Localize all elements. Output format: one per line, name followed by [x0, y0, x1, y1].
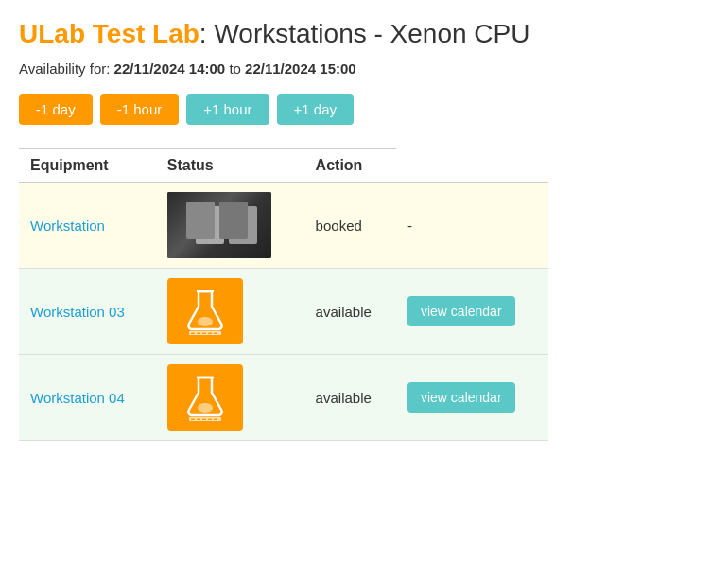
- svg-rect-3: [191, 333, 195, 335]
- col-header-equipment: Equipment: [19, 149, 156, 183]
- workstation-link[interactable]: Workstation: [30, 218, 105, 234]
- availability-label: Availability for:: [19, 61, 110, 77]
- status-available: available: [316, 304, 372, 320]
- workstation-photo: [167, 192, 271, 258]
- svg-rect-14: [208, 419, 212, 421]
- status-available: available: [316, 390, 372, 406]
- minus-hour-button[interactable]: -1 hour: [100, 94, 180, 125]
- table-row: Workstation 04: [19, 355, 548, 441]
- action-cell: -: [396, 183, 548, 269]
- equipment-cell: Workstation 04: [19, 355, 156, 441]
- equipment-cell: Workstation 03: [19, 269, 156, 355]
- availability-to-word: to: [229, 61, 241, 77]
- plus-day-button[interactable]: +1 day: [277, 94, 354, 125]
- title-rest: : Workstations - Xenon CPU: [199, 19, 530, 48]
- action-cell: view calendar: [396, 355, 548, 441]
- svg-rect-7: [214, 333, 217, 335]
- view-calendar-button-03[interactable]: view calendar: [407, 296, 515, 326]
- svg-point-1: [198, 317, 213, 326]
- equipment-icon: [167, 278, 243, 344]
- plus-hour-button[interactable]: +1 hour: [186, 94, 269, 125]
- svg-rect-15: [214, 419, 217, 421]
- svg-rect-4: [197, 333, 200, 335]
- table-row: Workstation 03: [19, 269, 548, 355]
- svg-rect-6: [208, 333, 212, 335]
- minus-day-button[interactable]: -1 day: [19, 94, 93, 125]
- equipment-image-cell: [156, 269, 304, 355]
- table-row: Workstation booked -: [19, 183, 548, 269]
- availability-text: Availability for: 22/11/2024 14:00 to 22…: [19, 61, 709, 77]
- equipment-image-cell: [156, 183, 304, 269]
- svg-point-9: [198, 403, 213, 413]
- nav-buttons: -1 day -1 hour +1 hour +1 day: [19, 94, 709, 125]
- svg-rect-11: [191, 419, 195, 421]
- availability-to: 22/11/2024 15:00: [245, 61, 356, 77]
- status-cell: available: [304, 269, 396, 355]
- availability-from: 22/11/2024 14:00: [114, 61, 226, 77]
- equipment-table: Equipment Status Action Workstation book…: [19, 148, 548, 441]
- equipment-cell: Workstation: [19, 183, 156, 269]
- svg-rect-12: [197, 419, 200, 421]
- status-booked: booked: [316, 218, 362, 234]
- workstation03-link[interactable]: Workstation 03: [30, 304, 125, 320]
- workstation04-link[interactable]: Workstation 04: [30, 390, 125, 406]
- col-header-status: Status: [156, 149, 304, 183]
- page-title: ULab Test Lab: Workstations - Xenon CPU: [19, 19, 709, 49]
- action-cell: view calendar: [396, 269, 548, 355]
- status-cell: available: [304, 355, 396, 441]
- equipment-image-cell: [156, 355, 304, 441]
- equipment-icon: [167, 364, 243, 431]
- svg-rect-13: [202, 419, 206, 421]
- svg-rect-5: [202, 333, 206, 335]
- view-calendar-button-04[interactable]: view calendar: [407, 382, 515, 413]
- status-cell: booked: [304, 183, 396, 269]
- action-dash: -: [407, 218, 412, 234]
- brand-name: ULab Test Lab: [19, 19, 199, 48]
- col-header-action: Action: [304, 149, 396, 183]
